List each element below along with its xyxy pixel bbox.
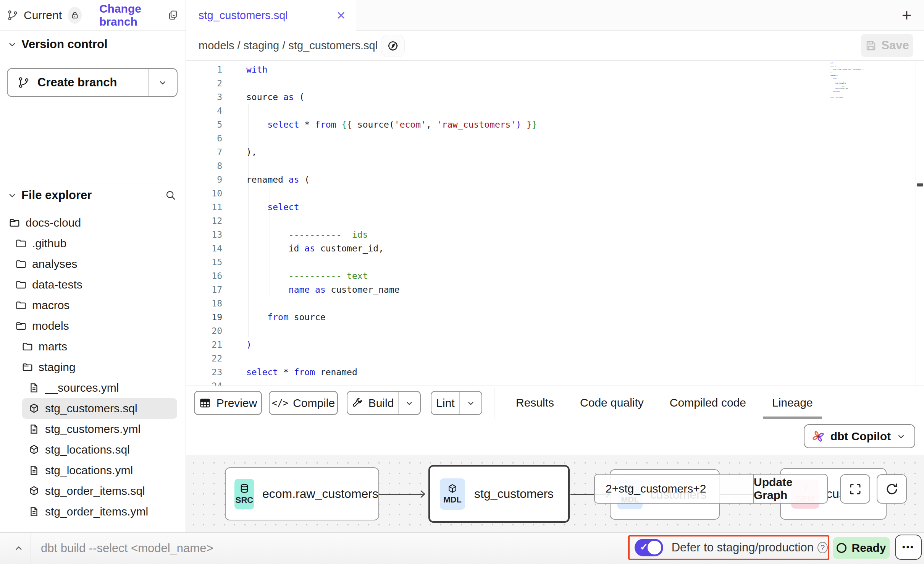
file-tree-item-data-tests[interactable]: data-tests <box>0 274 183 295</box>
file-name: marts <box>39 340 67 353</box>
folder-open-icon <box>22 361 33 373</box>
defer-label: Defer to staging/production <box>672 541 814 554</box>
create-branch-button[interactable]: Create branch <box>7 68 178 97</box>
file-name: stg_order_items.sql <box>45 485 145 498</box>
dbt-copilot-button[interactable]: dbt Copilot <box>804 424 915 448</box>
breadcrumb: models / staging / stg_customers.sql <box>199 39 378 52</box>
file-tree-item-staging[interactable]: staging <box>0 357 183 378</box>
chevron-down-icon <box>896 431 906 441</box>
panel-tabs: ResultsCode qualityCompiled codeLineage <box>514 386 815 420</box>
plus-icon: + <box>902 6 912 25</box>
toggle-knob <box>648 541 661 554</box>
branch-lock-badge <box>68 7 82 24</box>
build-dropdown[interactable] <box>398 392 420 414</box>
code-line <box>246 104 913 118</box>
line-number: 2 <box>186 76 222 90</box>
update-graph-button[interactable]: Update Graph <box>753 475 827 503</box>
line-number: 15 <box>186 255 222 269</box>
lint-label: Lint <box>436 397 454 410</box>
line-number: 7 <box>186 145 222 159</box>
command-input[interactable] <box>41 533 575 564</box>
save-label: Save <box>881 39 909 52</box>
lineage-node-stg-customers[interactable]: MDL stg_customers <box>428 465 570 523</box>
line-number: 17 <box>186 283 222 297</box>
badge-label: MDL <box>443 495 462 505</box>
file-tree-item-stg-order-items-sql[interactable]: stg_order_items.sql <box>0 481 183 501</box>
compass-icon <box>387 40 399 52</box>
collapse-panel-button[interactable] <box>7 533 31 564</box>
more-options-button[interactable]: ••• <box>895 535 922 560</box>
line-number: 12 <box>186 214 222 228</box>
navigate-button[interactable] <box>381 35 404 57</box>
main-panel: + stg_customers.sql ✕ models / staging /… <box>186 0 924 532</box>
file-tree-item-stg-locations-yml[interactable]: stg_locations.yml <box>0 460 183 481</box>
fullscreen-button[interactable] <box>840 474 870 504</box>
defer-toggle[interactable]: ✓ <box>635 539 663 556</box>
lineage-node-ecom-raw-customers[interactable]: SRC ecom.raw_customers <box>225 467 379 520</box>
panel-tab-results[interactable]: Results <box>514 396 556 409</box>
file-name: staging <box>39 361 76 374</box>
sidebar: Current Change branch Version control <box>0 0 186 532</box>
copy-icon[interactable] <box>167 10 179 21</box>
preview-button[interactable]: Preview <box>194 391 262 415</box>
file-name: stg_customers.yml <box>45 423 141 436</box>
new-tab-button[interactable]: + <box>889 0 924 31</box>
create-branch-dropdown[interactable] <box>148 69 177 96</box>
create-branch-main[interactable]: Create branch <box>8 69 148 96</box>
code-content[interactable]: withsource as ( select * from {{ source(… <box>246 63 913 386</box>
help-icon[interactable]: ? <box>817 542 828 553</box>
compile-label: Compile <box>293 397 335 410</box>
panel-tab-compiled-code[interactable]: Compiled code <box>667 396 748 409</box>
file-tree-item-docs-cloud[interactable]: docs-cloud <box>0 212 183 233</box>
file-tree-item-models[interactable]: models <box>0 316 183 336</box>
editor-scrollbar[interactable] <box>916 61 924 386</box>
dbt-copilot-icon <box>811 429 825 443</box>
file-tree-item--sources-yml[interactable]: __sources.yml <box>0 378 183 398</box>
panel-tab-lineage[interactable]: Lineage <box>770 396 815 409</box>
dbt-cloud-ide: Current Change branch Version control <box>0 0 924 564</box>
tab-stg-customers-sql[interactable]: stg_customers.sql ✕ <box>186 0 356 31</box>
file-tree-item-stg-customers-sql[interactable]: stg_customers.sql <box>22 398 177 419</box>
compile-button[interactable]: </> Compile <box>269 391 338 415</box>
file-name: stg_locations.yml <box>45 464 133 477</box>
code-editor[interactable]: 123456789101112131415161718192021222324 … <box>186 61 924 386</box>
code-line <box>246 131 913 145</box>
line-number: 10 <box>186 186 222 200</box>
code-line: name as customer_name <box>246 283 913 297</box>
file-tree-item-stg-customers-yml[interactable]: stg_customers.yml <box>0 419 183 439</box>
folder-icon <box>15 238 27 249</box>
search-icon[interactable] <box>165 190 176 201</box>
file-tree-item-macros[interactable]: macros <box>0 295 183 316</box>
code-line <box>246 255 913 269</box>
arrowhead-icon <box>420 490 425 498</box>
code-line <box>246 379 913 386</box>
version-control-title: Version control <box>21 37 108 51</box>
line-number: 16 <box>186 269 222 283</box>
file-tree-item-analyses[interactable]: analyses <box>0 254 183 274</box>
lineage-canvas[interactable]: SRC ecom.raw_customers MDL stg_customers <box>186 455 924 532</box>
change-branch-link[interactable]: Change branch <box>99 2 167 28</box>
file-tree-item-stg-locations-sql[interactable]: stg_locations.sql <box>0 439 183 460</box>
code-line: ), <box>246 145 913 159</box>
code-line: with <box>246 63 913 76</box>
file-explorer-header[interactable]: File explorer <box>8 183 176 202</box>
file-tree-item--github[interactable]: .github <box>0 233 183 254</box>
scrollbar-thumb[interactable] <box>917 183 923 186</box>
file-tree-item-marts[interactable]: marts <box>0 336 183 357</box>
code-line: select <box>246 200 913 214</box>
version-control-header[interactable]: Version control <box>8 37 178 51</box>
panel-tab-code-quality[interactable]: Code quality <box>578 396 646 409</box>
lint-button[interactable]: Lint <box>431 392 459 414</box>
file-icon <box>28 506 40 517</box>
close-icon[interactable]: ✕ <box>336 10 346 21</box>
file-tree-item-stg-order-items-yml[interactable]: stg_order_items.yml <box>0 501 183 522</box>
lint-dropdown[interactable] <box>459 392 481 414</box>
build-button[interactable]: Build <box>347 392 398 414</box>
refresh-button[interactable] <box>877 474 907 504</box>
file-name: stg_locations.sql <box>45 443 130 456</box>
folder-open-icon <box>15 320 27 332</box>
save-button[interactable]: Save <box>861 34 913 57</box>
lineage-selector-input[interactable] <box>595 475 753 503</box>
refresh-icon <box>885 482 899 496</box>
line-number: 19 <box>186 310 222 324</box>
